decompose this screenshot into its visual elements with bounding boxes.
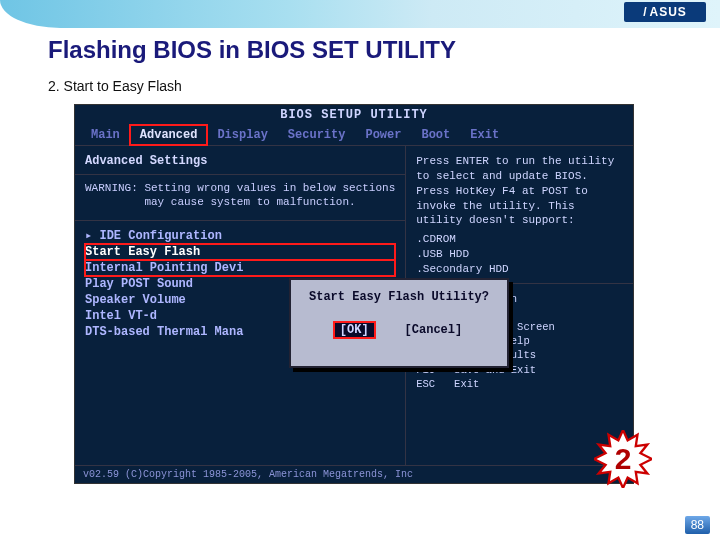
starburst-number: 2 [594,430,652,488]
bios-menubar: Main Advanced Display Security Power Boo… [75,125,633,146]
tab-power[interactable]: Power [355,125,411,145]
help-text: Press ENTER to run the utility to select… [416,154,623,228]
dialog-ok-button[interactable]: [OK] [334,322,375,338]
tab-display[interactable]: Display [207,125,277,145]
bios-window-title: BIOS SETUP UTILITY [75,105,633,125]
support-usbhdd: .USB HDD [416,247,623,262]
tab-main[interactable]: Main [81,125,130,145]
menu-item-ide-configuration[interactable]: IDE Configuration [85,227,395,244]
tab-advanced[interactable]: Advanced [130,125,208,145]
support-cdrom: .CDROM [416,232,623,247]
tab-exit[interactable]: Exit [460,125,509,145]
dialog-cancel-button[interactable]: [Cancel] [403,322,465,338]
starburst-step-badge: 2 [594,430,652,488]
slide-step: 2. Start to Easy Flash [48,78,182,94]
tab-boot[interactable]: Boot [411,125,460,145]
brand-logo: ASUS [624,2,706,22]
support-secondaryhdd: .Secondary HDD [416,262,623,277]
tab-security[interactable]: Security [278,125,356,145]
menu-item-internal-pointing[interactable]: Internal Pointing Devi [85,260,395,276]
slide-title: Flashing BIOS in BIOS SET UTILITY [48,36,456,64]
page-number-badge: 88 [685,516,710,534]
bios-footer: v02.59 (C)Copyright 1985-2005, American … [75,465,633,483]
support-list: .CDROM .USB HDD .Secondary HDD [416,232,623,277]
dialog-easy-flash: Start Easy Flash Utility? [OK] [Cancel] [289,278,509,368]
bios-footer-copyright: v02.59 (C)Copyright 1985-2005, American … [83,469,413,480]
warning-text: WARNING: Setting wrong values in below s… [85,181,395,210]
slide-header-wave [0,0,720,28]
section-title: Advanced Settings [85,154,395,168]
menu-item-start-easy-flash[interactable]: Start Easy Flash [85,244,395,260]
dialog-question: Start Easy Flash Utility? [301,290,497,304]
bios-screenshot: BIOS SETUP UTILITY Main Advanced Display… [74,104,634,484]
